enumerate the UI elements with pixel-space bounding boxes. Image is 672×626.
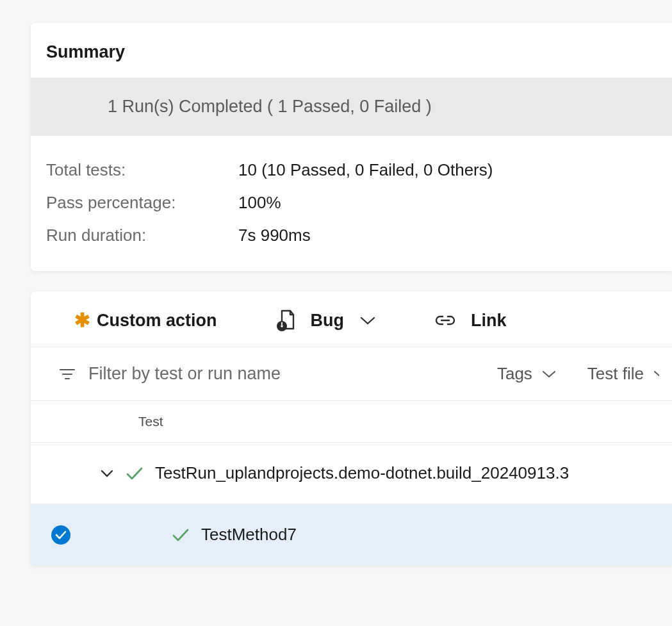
svg-rect-2 [281, 322, 283, 325]
stat-pass-percentage: Pass percentage: 100% [46, 186, 657, 219]
pass-check-icon [126, 466, 143, 481]
row-selected-checkbox[interactable] [51, 525, 70, 545]
tags-dropdown[interactable]: Tags [497, 364, 557, 384]
pass-check-icon [172, 528, 190, 542]
custom-action-label: Custom action [97, 311, 217, 331]
bug-button[interactable]: Bug [276, 309, 376, 331]
stat-value: 10 (10 Passed, 0 Failed, 0 Others) [238, 160, 493, 180]
link-icon [435, 315, 455, 326]
bug-label: Bug [311, 311, 344, 331]
chevron-down-icon [653, 370, 659, 379]
test-file-label: Test file [587, 364, 644, 384]
stat-label: Run duration: [46, 226, 238, 245]
bug-file-icon [276, 309, 295, 331]
column-header-test[interactable]: Test [31, 401, 672, 443]
svg-point-1 [281, 325, 283, 327]
filter-icon [59, 367, 76, 381]
chevron-down-icon [541, 370, 557, 379]
stat-label: Total tests: [46, 160, 238, 180]
stat-run-duration: Run duration: 7s 990ms [46, 219, 657, 252]
test-file-dropdown[interactable]: Test file [587, 364, 659, 384]
custom-action-button[interactable]: ✱ Custom action [74, 311, 217, 331]
group-row-name: TestRun_uplandprojects.demo-dotnet.build… [155, 463, 569, 483]
summary-card: Summary 1 Run(s) Completed ( 1 Passed, 0… [31, 23, 672, 271]
results-card: ✱ Custom action Bug [31, 292, 672, 565]
filter-input[interactable] [88, 364, 466, 384]
test-run-group-row[interactable]: TestRun_uplandprojects.demo-dotnet.build… [31, 443, 672, 504]
chevron-down-icon [359, 315, 376, 325]
runs-completed-banner: 1 Run(s) Completed ( 1 Passed, 0 Failed … [31, 78, 672, 136]
summary-stats: Total tests: 10 (10 Passed, 0 Failed, 0 … [31, 136, 672, 265]
stat-value: 7s 990ms [238, 226, 311, 245]
stat-label: Pass percentage: [46, 193, 238, 213]
test-result-row[interactable]: TestMethod7 [31, 504, 672, 565]
filter-row: Tags Test file [31, 347, 672, 401]
stat-total-tests: Total tests: 10 (10 Passed, 0 Failed, 0 … [46, 154, 657, 186]
tags-label: Tags [497, 364, 532, 384]
summary-title: Summary [31, 23, 672, 78]
chevron-down-icon[interactable] [100, 469, 114, 478]
test-row-name: TestMethod7 [201, 525, 297, 545]
toolbar: ✱ Custom action Bug [31, 292, 672, 347]
link-button[interactable]: Link [435, 311, 507, 331]
asterisk-icon: ✱ [74, 311, 90, 330]
link-label: Link [471, 311, 507, 331]
stat-value: 100% [238, 193, 281, 213]
